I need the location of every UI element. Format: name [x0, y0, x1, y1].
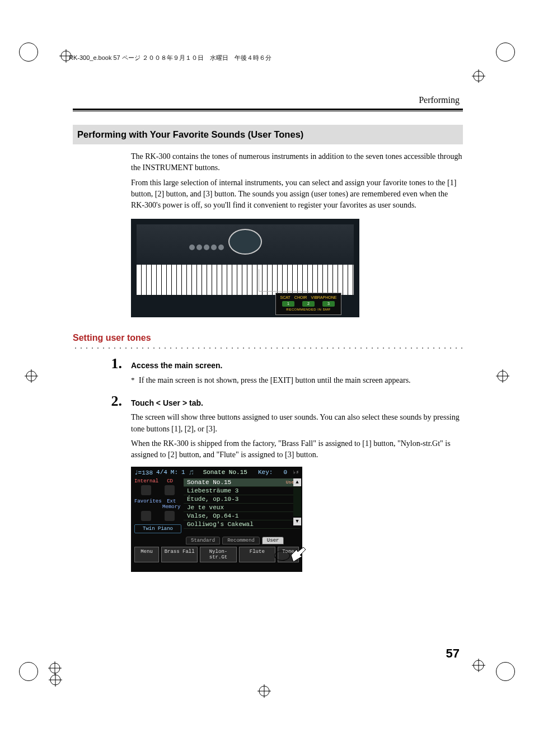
subheading: Setting user tones	[73, 333, 463, 343]
paragraph: The screen will show three buttons assig…	[131, 412, 463, 435]
song-name: Étude, op.10-3	[187, 496, 238, 503]
lcd-time-signature: 4/4	[156, 469, 167, 476]
intro-text: The RK-300 contains the tones of numerou…	[131, 151, 463, 211]
lcd-source-tab[interactable]: Favorites	[134, 499, 162, 510]
scroll-up-icon[interactable]: ▲	[293, 478, 301, 486]
registration-target-icon	[496, 369, 509, 383]
registration-target-icon	[25, 369, 38, 383]
lcd-tempo: ♩=138	[134, 469, 153, 476]
crop-mark-icon	[496, 43, 515, 62]
dotted-rule-icon	[73, 345, 463, 349]
song-list-item[interactable]: Valse, Op.64-1	[184, 512, 300, 520]
source-icon	[141, 485, 151, 495]
keyboard-illustration: SCAT CHOIR VIBRAPHONE 1 2 3 RECOMMENDED …	[131, 219, 359, 317]
lcd-source-tab[interactable]: CD	[158, 478, 181, 484]
user-tone-3-button[interactable]: Flute	[239, 547, 275, 562]
crop-mark-icon	[19, 43, 38, 62]
lcd-screenshot: ♩=138 4/4 M: 1 🎵 Sonate No.15 Key: 0 ♭♯ …	[131, 467, 302, 572]
lcd-key-value: 0	[284, 469, 288, 476]
scroll-down-icon[interactable]: ▼	[293, 518, 301, 525]
scrollbar[interactable]: ▲ ▼	[293, 478, 301, 525]
step-note: If the main screen is not shown, press t…	[139, 375, 411, 386]
registration-target-icon	[472, 659, 485, 672]
song-name: Valse, Op.64-1	[187, 513, 238, 519]
menu-button[interactable]: Menu	[134, 547, 159, 562]
song-name: Sonate No.15	[187, 479, 231, 486]
callout-button: 2	[302, 301, 315, 307]
transpose-icon: ♭♯	[293, 469, 299, 476]
song-list-item[interactable]: Sonate No.15 User	[184, 478, 300, 487]
paragraph: When the RK-300 is shipped from the fact…	[131, 438, 463, 461]
rule-icon	[73, 111, 463, 111]
registration-target-icon	[49, 673, 62, 687]
page-content: Performing Performing with Your Favorite…	[73, 95, 463, 661]
source-icon	[141, 511, 151, 521]
callout-subtext: RECOMMENDED IN SMF	[278, 308, 339, 311]
pointer-hand-icon	[287, 545, 309, 567]
song-list-item[interactable]: Golliwog's Cakewal	[184, 520, 300, 529]
registration-target-icon	[257, 684, 271, 698]
step-number: 2.	[73, 394, 131, 408]
lcd-measure: 1	[181, 469, 185, 476]
step-title: Access the main screen.	[131, 360, 463, 371]
paragraph: From this large selection of internal in…	[131, 177, 463, 212]
registration-target-icon	[48, 661, 62, 675]
callout-label: SCAT	[280, 295, 291, 299]
scroll-track[interactable]	[293, 487, 301, 516]
source-icon	[165, 511, 175, 521]
paragraph: The RK-300 contains the tones of numerou…	[131, 151, 463, 174]
step-number: 1.	[73, 356, 131, 371]
lcd-measure-label: M:	[171, 469, 178, 476]
print-header-meta: RK-300_e.book 57 ページ ２００８年９月１０日 水曜日 午後４時…	[69, 54, 271, 62]
registration-target-icon	[472, 69, 485, 83]
crop-mark-icon	[19, 662, 38, 681]
callout-label: VIBRAPHONE	[311, 295, 337, 299]
tab-user[interactable]: User	[262, 537, 284, 544]
callout-panel: SCAT CHOIR VIBRAPHONE 1 2 3 RECOMMENDED …	[275, 293, 341, 315]
twin-piano-button[interactable]: Twin Piano	[134, 524, 181, 533]
crop-mark-icon	[496, 662, 515, 681]
song-name: Golliwog's Cakewal	[187, 521, 254, 528]
tab-standard[interactable]: Standard	[186, 537, 220, 544]
lcd-source-tab[interactable]: Ext Memory	[162, 499, 181, 510]
song-name: Je te veux	[187, 504, 224, 511]
song-list-item[interactable]: Étude, op.10-3	[184, 495, 300, 504]
step-2: 2. Touch < User > tab. The screen will s…	[73, 394, 463, 461]
callout-button: 1	[282, 301, 294, 307]
rule-icon	[73, 109, 463, 110]
song-list-item[interactable]: Je te veux	[184, 504, 300, 512]
step-title: Touch < User > tab.	[131, 397, 463, 408]
song-name: Liebesträume 3	[187, 487, 238, 494]
step-1: 1. Access the main screen. * If the main…	[73, 356, 463, 386]
lcd-song-title: Sonate No.15	[203, 469, 247, 476]
running-head: Performing	[73, 95, 463, 109]
lcd-source-tab[interactable]: Internal	[134, 478, 158, 484]
user-tone-1-button[interactable]: Brass Fall	[161, 547, 198, 562]
callout-label: CHOIR	[294, 295, 307, 299]
note-asterisk: *	[131, 375, 139, 386]
source-icon	[165, 485, 175, 495]
lcd-key-label: Key:	[258, 469, 273, 476]
callout-button: 3	[322, 301, 335, 307]
song-list-item[interactable]: Liebesträume 3	[184, 487, 300, 495]
music-note-icon: 🎵	[189, 470, 194, 475]
page-number: 57	[446, 646, 460, 661]
section-title: Performing with Your Favorite Sounds (Us…	[73, 125, 463, 144]
user-tone-2-button[interactable]: Nylon-str.Gt	[200, 547, 236, 562]
tab-recommend[interactable]: Recommend	[222, 537, 260, 544]
